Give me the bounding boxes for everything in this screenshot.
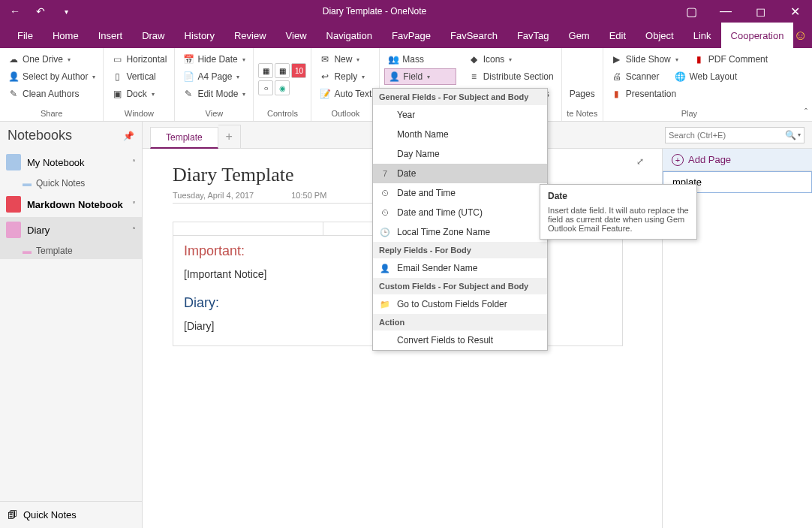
dropdown-item[interactable]: Year (373, 105, 547, 125)
pdf-comment-button[interactable]: ▮PDF Comment (690, 51, 771, 68)
notebook-section[interactable]: ▬Template (0, 243, 142, 259)
control-icon[interactable]: ▦ (275, 63, 290, 78)
control-icon[interactable]: 10 (291, 63, 306, 78)
menu-favpage[interactable]: FavPage (382, 23, 441, 48)
pin-icon[interactable]: 📌 (123, 131, 134, 141)
menu-favtag[interactable]: FavTag (507, 23, 559, 48)
dropdown-item[interactable]: 🕒Local Time Zone Name (373, 222, 547, 242)
menu-navigation[interactable]: Navigation (317, 23, 382, 48)
undo-button[interactable]: ↶ (32, 2, 50, 20)
menu-history[interactable]: History (175, 23, 224, 48)
radio-on-icon[interactable]: ◉ (275, 80, 290, 95)
dropdown-item[interactable]: 7Date (373, 164, 547, 183)
dropdown-item[interactable]: Month Name (373, 125, 547, 144)
dropdown-item[interactable]: Day Name (373, 144, 547, 164)
dropdown-item-icon: 📁 (379, 298, 391, 310)
distribute-section-button[interactable]: ≡Distribute Section (465, 68, 557, 85)
smiley-icon[interactable]: ☺ (793, 23, 807, 48)
ribbon-display-options[interactable]: ▢ (674, 0, 708, 23)
qat-dropdown[interactable]: ▾ (57, 2, 75, 20)
dropdown-item[interactable]: 👤Email Sender Name (373, 258, 547, 278)
menu-file[interactable]: File (8, 23, 43, 48)
dropdown-item-icon: ⏲ (379, 187, 391, 199)
notebook-section[interactable]: ▬Quick Notes (0, 175, 142, 192)
edit-mode-button[interactable]: ✎Edit Mode▾ (179, 86, 248, 102)
dropdown-item[interactable]: ⏲Date and Time (373, 183, 547, 203)
slideshow-button[interactable]: ▶Slide Show▾ (608, 51, 681, 68)
icons-button[interactable]: ◆Icons▾ (465, 51, 557, 68)
edit-icon: ✎ (182, 88, 194, 100)
field-button[interactable]: 👤Field▾ (384, 68, 456, 85)
ribbon-group-label: Outlook (316, 107, 374, 121)
ribbon-group-label: Controls (258, 107, 306, 121)
expand-icon[interactable]: ⤢ (636, 156, 644, 167)
dock-icon: ▣ (111, 88, 123, 100)
close-button[interactable]: ✕ (777, 0, 812, 23)
reply-button[interactable]: ↩Reply▾ (316, 68, 374, 85)
dropdown-item[interactable]: 📁Go to Custom Fields Folder (373, 294, 547, 314)
menu-cooperation[interactable]: Cooperation (721, 23, 794, 48)
menu-draw[interactable]: Draw (132, 23, 174, 48)
search-icon[interactable]: 🔍 (785, 130, 796, 140)
notebook-item[interactable]: My Notebook˄ (0, 149, 142, 175)
menu-gem[interactable]: Gem (559, 23, 600, 48)
menu-object[interactable]: Object (636, 23, 684, 48)
radio-off-icon[interactable]: ○ (258, 80, 273, 95)
onedrive-button[interactable]: ☁One Drive▾ (5, 51, 98, 68)
add-page-button[interactable]: + Add Page (663, 149, 812, 171)
mass-button[interactable]: 👥Mass (384, 51, 456, 68)
notebook-item[interactable]: Markdown Notebook˅ (0, 192, 142, 217)
quick-notes-button[interactable]: 🗐 Quick Notes (0, 501, 142, 528)
horizontal-button[interactable]: ▭Horizontal (108, 51, 170, 68)
menu-home[interactable]: Home (43, 23, 89, 48)
notebook-icon (6, 154, 21, 170)
dock-button[interactable]: ▣Dock▾ (108, 86, 170, 102)
search-dropdown-icon[interactable]: ▾ (798, 131, 801, 138)
page-date: Tuesday, April 4, 2017 (173, 191, 254, 200)
menu-view[interactable]: View (276, 23, 317, 48)
dropdown-item-icon: 🕒 (379, 226, 391, 238)
dropdown-item-icon: 👤 (379, 262, 391, 274)
tab-add-button[interactable]: + (218, 125, 241, 149)
menu-favsearch[interactable]: FavSearch (441, 23, 507, 48)
menu-insert[interactable]: Insert (89, 23, 133, 48)
plus-icon: + (672, 154, 684, 166)
tab-template[interactable]: Template (150, 127, 218, 149)
scanner-button[interactable]: 🖨Scanner (608, 68, 663, 85)
menu-review[interactable]: Review (224, 23, 276, 48)
menu-edit[interactable]: Edit (600, 23, 636, 48)
ribbon-collapse-button[interactable]: ˆ (804, 107, 807, 118)
dropdown-item[interactable]: ⏲Date and Time (UTC) (373, 203, 547, 222)
web-layout-button[interactable]: 🌐Web Layout (671, 68, 740, 85)
vertical-button[interactable]: ▯Vertical (108, 68, 170, 85)
auto-text-button[interactable]: 📝Auto Text (316, 86, 374, 102)
page-time: 10:50 PM (291, 191, 326, 200)
a4-page-button[interactable]: 📄A4 Page▾ (179, 68, 248, 85)
select-by-author-button[interactable]: 👤Select by Author▾ (5, 68, 98, 85)
ribbon-group-label: Window (108, 107, 170, 121)
clean-icon: ✎ (8, 88, 20, 100)
maximize-button[interactable]: ◻ (743, 0, 777, 23)
menu-link[interactable]: Link (684, 23, 721, 48)
hide-date-button[interactable]: 📅Hide Date▾ (179, 51, 248, 68)
search-box[interactable]: 🔍▾ (665, 127, 804, 143)
section-icon: ▬ (23, 178, 32, 189)
dropdown-item[interactable]: Convert Fields to Result (373, 330, 547, 350)
autotext-icon: 📝 (319, 88, 331, 100)
control-icon[interactable]: ▦ (258, 63, 273, 78)
ribbon-group-label: View (179, 107, 248, 121)
quicknotes-icon: 🗐 (8, 509, 17, 520)
author-icon: 👤 (8, 71, 20, 83)
minimize-button[interactable]: — (708, 0, 743, 23)
dropdown-section-header: Action (373, 314, 547, 330)
mail-icon: ✉ (319, 53, 331, 65)
search-input[interactable] (669, 131, 785, 140)
notebook-item[interactable]: Diary˄ (0, 217, 142, 243)
back-button[interactable]: ← (6, 2, 24, 20)
pages-button[interactable]: Pages (567, 86, 598, 102)
clean-authors-button[interactable]: ✎Clean Authors (5, 86, 98, 102)
section-icon: ▬ (23, 246, 32, 256)
scanner-icon: 🖨 (611, 71, 623, 83)
new-button[interactable]: ✉New▾ (316, 51, 374, 68)
presentation-button[interactable]: ▮Presentation (608, 86, 771, 102)
